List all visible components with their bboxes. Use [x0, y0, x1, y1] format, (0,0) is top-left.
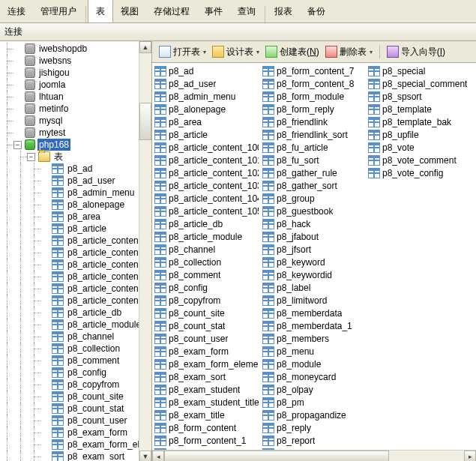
tree-table-p8_config[interactable]: p8_config [0, 367, 151, 379]
table-item[interactable]: p8_propagandize [262, 409, 367, 421]
table-item[interactable]: p8_article_content_101 [154, 154, 262, 166]
table-item[interactable]: p8_special_comment [367, 77, 473, 90]
tree-table-p8_alonepage[interactable]: p8_alonepage [0, 199, 151, 211]
table-item[interactable]: p8_form_content [154, 421, 262, 434]
table-item[interactable]: p8_ad [154, 64, 262, 77]
table-item[interactable]: p8_article_content_102 [154, 166, 262, 179]
table-item[interactable]: p8_article_content_100 [154, 141, 262, 154]
table-item[interactable]: p8_form_content_1 [154, 434, 262, 447]
table-item[interactable]: p8_admin_menu [154, 90, 262, 103]
tree-table-p8_ad_user[interactable]: p8_ad_user [0, 175, 151, 187]
table-item[interactable]: p8_hack [262, 217, 367, 230]
table-item[interactable]: p8_article_content_104 [154, 192, 262, 205]
tree-table-p8_exam_form[interactable]: p8_exam_form [0, 427, 151, 439]
scroll-left-icon[interactable]: ◂ [152, 451, 164, 461]
table-item[interactable]: p8_comment [154, 268, 262, 281]
tree-table-p8_area[interactable]: p8_area [0, 211, 151, 223]
table-item[interactable]: p8_keyword [262, 256, 367, 268]
db-jishigou[interactable]: jishigou [0, 67, 151, 79]
toolbar-查询[interactable]: 查询 [230, 0, 263, 22]
tree-table-p8_article_module[interactable]: p8_article_module [0, 319, 151, 331]
tree-table-p8_exam_sort[interactable]: p8_exam_sort [0, 451, 151, 461]
import-wizard-button[interactable]: 导入向导(I) [385, 44, 448, 60]
table-item[interactable]: p8_gather_rule [262, 166, 367, 179]
toolbar-报表[interactable]: 报表 [267, 0, 300, 22]
table-item[interactable]: p8_alonepage [154, 103, 262, 115]
table-item[interactable]: p8_area [154, 115, 262, 128]
expander-icon[interactable]: − [27, 153, 35, 161]
tree-table-p8_count_stat[interactable]: p8_count_stat [0, 403, 151, 415]
tree-scrollbar[interactable]: ▲ ▼ [139, 41, 151, 461]
table-item[interactable]: p8_count_stat [154, 319, 262, 332]
table-item[interactable]: p8_keywordid [262, 268, 367, 281]
table-item[interactable]: p8_config [154, 281, 262, 294]
tree-table-p8_article_db[interactable]: p8_article_db [0, 307, 151, 319]
tree-table-p8_count_user[interactable]: p8_count_user [0, 415, 151, 427]
toolbar-视图[interactable]: 视图 [113, 0, 146, 22]
table-item[interactable]: p8_article [154, 128, 262, 141]
table-item[interactable]: p8_friendlink_sort [262, 128, 367, 141]
toolbar-存储过程[interactable]: 存储过程 [146, 0, 197, 22]
db-iwebsns[interactable]: iwebsns [0, 55, 151, 67]
table-item[interactable]: p8_ad_user [154, 77, 262, 90]
table-item[interactable]: p8_form_content_8 [262, 77, 367, 90]
table-item[interactable]: p8_template [367, 103, 473, 115]
scroll-right-icon[interactable]: ▸ [464, 451, 476, 461]
tree-table-p8_admin_menu[interactable]: p8_admin_menu [0, 187, 151, 199]
tree-table-p8_copyfrom[interactable]: p8_copyfrom [0, 379, 151, 391]
db-iwebshopdb[interactable]: iwebshopdb [0, 43, 151, 55]
tree-table-p8_article[interactable]: p8_article [0, 223, 151, 235]
table-item[interactable]: p8_gather_sort [262, 179, 367, 192]
db-joomla[interactable]: joomla [0, 79, 151, 91]
scroll-thumb[interactable] [139, 103, 151, 140]
delete-table-button[interactable]: 删除表▾ [323, 44, 375, 60]
table-item[interactable]: p8_group [262, 192, 367, 205]
toolbar-管理用户[interactable]: 管理用户 [33, 0, 84, 22]
table-item[interactable]: p8_channel [154, 243, 262, 256]
table-item[interactable]: p8_olpay [262, 383, 367, 396]
table-item[interactable]: p8_friendlink [262, 115, 367, 128]
table-item[interactable]: p8_upfile [367, 128, 473, 141]
toolbar-事件[interactable]: 事件 [197, 0, 230, 22]
table-item[interactable]: p8_guestbook [262, 205, 367, 217]
table-item[interactable]: p8_form_module [262, 90, 367, 103]
table-item[interactable]: p8_exam_student [154, 383, 262, 396]
table-item[interactable]: p8_template_bak [367, 115, 473, 128]
tree-table-p8_ad[interactable]: p8_ad [0, 163, 151, 175]
table-item[interactable]: p8_memberdata_1 [262, 319, 367, 332]
table-item[interactable]: p8_exam_title [154, 409, 262, 421]
tree-table-p8_comment[interactable]: p8_comment [0, 355, 151, 367]
db-metinfo[interactable]: metinfo [0, 103, 151, 115]
tree-table-p8_article_content_105[interactable]: p8_article_content_105 [0, 295, 151, 307]
tree-table-p8_article_content_102[interactable]: p8_article_content_102 [0, 259, 151, 271]
table-item[interactable]: p8_article_db [154, 217, 262, 230]
table-item[interactable]: p8_limitword [262, 294, 367, 307]
table-item[interactable]: p8_special [367, 64, 473, 77]
tree-table-p8_channel[interactable]: p8_channel [0, 331, 151, 343]
table-item[interactable]: p8_members [262, 332, 367, 345]
tables-folder[interactable]: −表 [0, 151, 151, 163]
toolbar-备份[interactable]: 备份 [300, 0, 333, 22]
table-item[interactable]: p8_vote_config [367, 166, 473, 179]
table-item[interactable]: p8_jfsort [262, 243, 367, 256]
table-item[interactable]: p8_vote_comment [367, 154, 473, 166]
table-item[interactable]: p8_reply [262, 421, 367, 434]
table-item[interactable]: p8_module [262, 358, 367, 370]
table-item[interactable]: p8_exam_form_element [154, 358, 262, 370]
db-php168[interactable]: −php168 [0, 139, 151, 151]
table-item[interactable]: p8_exam_student_title [154, 396, 262, 409]
table-item[interactable]: p8_pm [262, 396, 367, 409]
table-item[interactable]: p8_article_content_105 [154, 205, 262, 217]
tree-table-p8_article_content_101[interactable]: p8_article_content_101 [0, 247, 151, 259]
expander-icon[interactable]: − [13, 141, 22, 149]
table-item[interactable]: p8_spsort [367, 90, 473, 103]
table-item[interactable]: p8_moneycard [262, 370, 367, 383]
scroll-up-icon[interactable]: ▲ [139, 41, 151, 53]
table-item[interactable]: p8_report [262, 434, 367, 447]
tree-table-p8_collection[interactable]: p8_collection [0, 343, 151, 355]
scroll-down-icon[interactable]: ▼ [139, 451, 151, 461]
open-table-button[interactable]: 打开表▾ [157, 44, 208, 60]
table-item[interactable]: p8_exam_form [154, 345, 262, 358]
tree-table-p8_exam_form_element[interactable]: p8_exam_form_element [0, 439, 151, 451]
table-item[interactable]: p8_count_site [154, 307, 262, 319]
